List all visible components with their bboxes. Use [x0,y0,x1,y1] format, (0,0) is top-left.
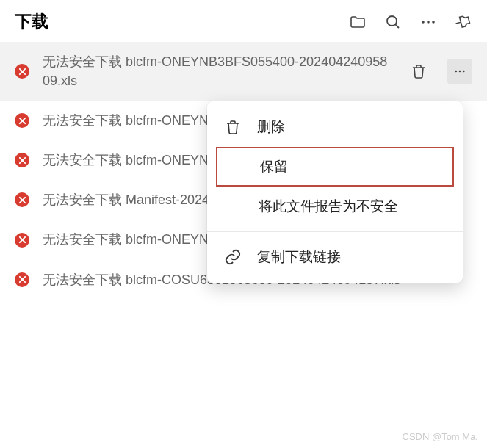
search-icon[interactable] [384,13,402,31]
context-menu: 删除 保留 将此文件报告为不安全 复制下载链接 [207,101,463,283]
header-actions [349,13,472,31]
menu-delete[interactable]: 删除 [207,107,463,147]
svg-line-1 [395,24,399,28]
svg-point-8 [459,71,461,73]
menu-keep[interactable]: 保留 [216,147,454,187]
menu-copy-link[interactable]: 复制下载链接 [207,237,463,277]
more-icon[interactable] [419,13,437,31]
item-actions [406,59,472,84]
error-icon [15,272,29,287]
item-more-icon[interactable] [447,59,472,84]
menu-label: 将此文件报告为不安全 [259,197,398,216]
svg-point-9 [463,71,465,73]
menu-label: 复制下载链接 [257,248,341,267]
menu-label: 删除 [257,118,285,137]
svg-point-0 [387,16,397,26]
pin-icon[interactable] [455,13,472,31]
svg-point-3 [427,21,430,24]
error-icon [15,113,29,128]
delete-icon[interactable] [406,59,431,84]
menu-report[interactable]: 将此文件报告为不安全 [207,187,463,226]
error-icon [15,233,29,248]
menu-label: 保留 [260,157,288,176]
error-icon [15,192,29,207]
download-item[interactable]: 无法安全下载 blcfm-ONEYNB3BFS055400-2024042409… [0,42,487,101]
svg-point-7 [455,71,457,73]
error-icon [15,153,29,167]
watermark: CSDN @Tom Ma. [403,431,479,442]
svg-point-4 [432,21,435,24]
page-title: 下载 [15,10,48,33]
download-filename: 无法安全下载 blcfm-ONEYNB3BFS055400-2024042409… [43,52,393,90]
header: 下载 [0,0,487,42]
folder-icon[interactable] [349,13,367,31]
svg-point-2 [422,21,425,24]
menu-divider [207,231,463,232]
trash-icon [223,118,242,137]
link-icon [223,248,242,267]
error-icon [15,64,29,79]
